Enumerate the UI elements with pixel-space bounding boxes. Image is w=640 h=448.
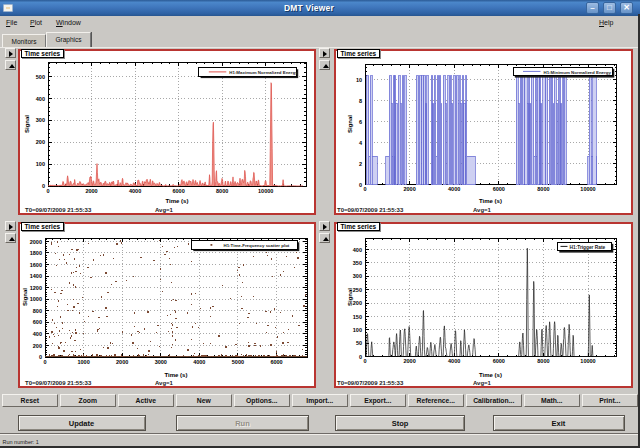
svg-text:Time (s): Time (s): [166, 198, 189, 204]
svg-text:6: 6: [359, 119, 362, 125]
svg-text:Time (s): Time (s): [165, 372, 188, 378]
svg-text:300: 300: [36, 117, 45, 123]
svg-text:0: 0: [359, 182, 362, 188]
svg-text:1600: 1600: [30, 262, 42, 268]
svg-text:1000: 1000: [77, 359, 89, 365]
svg-text:6000: 6000: [172, 188, 184, 194]
svg-text:2000: 2000: [403, 186, 415, 192]
svg-text:800: 800: [33, 308, 42, 314]
svg-text:2000: 2000: [403, 358, 415, 364]
svg-text:100: 100: [36, 161, 45, 167]
svg-text:250: 250: [353, 287, 362, 293]
svg-text:600: 600: [33, 319, 42, 325]
svg-text:6000: 6000: [493, 358, 505, 364]
svg-text:1200: 1200: [30, 285, 42, 291]
svg-text:10000: 10000: [258, 188, 273, 194]
svg-text:150: 150: [353, 314, 362, 320]
svg-text:Time (s): Time (s): [479, 372, 502, 378]
svg-text:Time (s): Time (s): [479, 198, 502, 204]
svg-text:1000: 1000: [30, 296, 42, 302]
svg-text:0: 0: [43, 359, 46, 365]
svg-text:400: 400: [33, 331, 42, 337]
svg-text:200: 200: [36, 139, 45, 145]
svg-text:0: 0: [39, 354, 42, 360]
svg-text:2000: 2000: [30, 239, 42, 245]
svg-text:0: 0: [363, 186, 366, 192]
svg-text:50: 50: [356, 340, 362, 346]
svg-text:10: 10: [356, 77, 362, 83]
svg-text:4000: 4000: [448, 186, 460, 192]
svg-text:100: 100: [353, 327, 362, 333]
svg-text:2: 2: [359, 161, 362, 167]
svg-text:4: 4: [359, 140, 363, 146]
svg-text:2000: 2000: [116, 359, 128, 365]
svg-text:1400: 1400: [30, 273, 42, 279]
svg-text:6000: 6000: [493, 186, 505, 192]
svg-text:8000: 8000: [537, 186, 549, 192]
svg-text:1800: 1800: [30, 250, 42, 256]
svg-text:Signal: Signal: [24, 115, 30, 133]
svg-text:Signal: Signal: [347, 288, 353, 306]
svg-text:0: 0: [363, 358, 366, 364]
svg-text:8000: 8000: [216, 188, 228, 194]
svg-text:2000: 2000: [85, 188, 97, 194]
svg-text:Signal: Signal: [347, 115, 353, 133]
svg-text:8: 8: [359, 98, 362, 104]
svg-text:200: 200: [33, 343, 42, 349]
svg-text:4000: 4000: [129, 188, 141, 194]
svg-text:500: 500: [36, 74, 45, 80]
svg-text:200: 200: [353, 300, 362, 306]
svg-text:8000: 8000: [537, 358, 549, 364]
svg-text:4000: 4000: [193, 359, 205, 365]
svg-text:0: 0: [46, 188, 49, 194]
svg-text:350: 350: [353, 260, 362, 266]
svg-text:H1:Trigger Rate: H1:Trigger Rate: [570, 245, 606, 250]
svg-text:4000: 4000: [448, 358, 460, 364]
svg-text:5000: 5000: [232, 359, 244, 365]
svg-text:0: 0: [359, 354, 362, 360]
svg-text:400: 400: [36, 96, 45, 102]
svg-text:Signal: Signal: [22, 288, 28, 306]
svg-text:400: 400: [353, 247, 362, 253]
svg-text:10000: 10000: [580, 358, 595, 364]
svg-text:6000: 6000: [270, 359, 282, 365]
svg-text:300: 300: [353, 273, 362, 279]
svg-text:3000: 3000: [155, 359, 167, 365]
svg-text:H1:Time-Frequency scatter plot: H1:Time-Frequency scatter plot: [224, 243, 290, 248]
svg-text:H1:Minimum Normalized Energy: H1:Minimum Normalized Energy: [544, 70, 612, 75]
svg-text:10000: 10000: [580, 186, 595, 192]
svg-text:0: 0: [42, 183, 45, 189]
svg-text:H1:Maximum Normalized Energy: H1:Maximum Normalized Energy: [229, 70, 298, 75]
